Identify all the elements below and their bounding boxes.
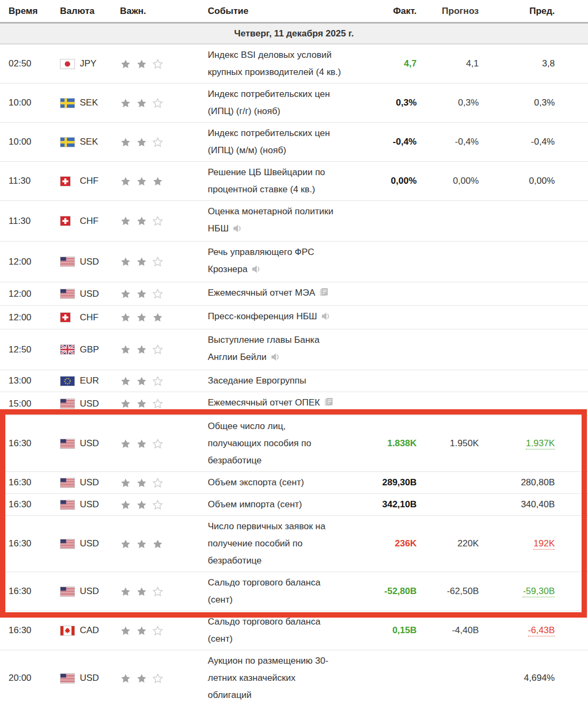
star-icon	[136, 58, 147, 70]
time-cell: 16:30	[0, 477, 60, 488]
table-row[interactable]: 11:30 CHF Решение ЦБ Швейцарии по процен…	[0, 162, 588, 201]
star-icon	[120, 538, 131, 550]
event-label[interactable]: Ежемесячный отчет МЭА	[208, 288, 315, 298]
previous-value[interactable]: -6,43B	[528, 625, 555, 636]
speaker-icon	[270, 352, 281, 362]
currency-cell: GBP	[60, 344, 120, 355]
currency-cell: USD	[60, 586, 120, 597]
previous-value[interactable]: -59,30B	[523, 586, 555, 597]
event-label[interactable]: Общее число лиц, получающих пособия по б…	[208, 421, 311, 465]
currency-cell: CHF	[60, 176, 120, 186]
forecast-value: 4,1	[417, 58, 479, 69]
star-icon	[136, 288, 147, 299]
table-row[interactable]: 20:00 USD Аукцион по размещению 30- летн…	[0, 650, 588, 706]
star-icon	[152, 58, 163, 70]
event-label[interactable]: Индекс BSI деловых условий крупных произ…	[208, 50, 341, 77]
table-row[interactable]: 16:30 USD Число первичных заявок на полу…	[0, 516, 588, 572]
star-icon	[120, 97, 131, 109]
event-label[interactable]: Оценка монетарной политики НБШ	[208, 206, 334, 234]
currency-code: USD	[80, 399, 99, 409]
star-icon	[120, 438, 131, 449]
event-cell: Ежемесячный отчет ОПЕК	[208, 394, 367, 413]
table-row[interactable]: 10:00 SEK Индекс потребительских цен (ИП…	[0, 123, 588, 162]
event-label[interactable]: Выступление главы Банка Англии Бейли	[208, 335, 320, 362]
currency-flag-icon	[60, 312, 75, 322]
star-icon	[136, 586, 147, 597]
star-icon	[136, 538, 147, 550]
event-label[interactable]: Аукцион по размещению 30- летних казначе…	[208, 656, 328, 700]
event-label[interactable]: Индекс потребительских цен (ИПЦ) (м/м) (…	[208, 128, 330, 155]
table-row[interactable]: 13:00 EUR Заседание Еврогруппы	[0, 370, 588, 392]
table-row[interactable]: 16:30 USD Сальдо торгового баланса (сент…	[0, 572, 588, 611]
table-row[interactable]: 12:00 CHF Пресс-конференция НБШ	[0, 306, 588, 329]
currency-code: CHF	[80, 216, 99, 227]
star-icon	[120, 375, 131, 387]
table-row[interactable]: 10:00 SEK Индекс потребительских цен (ИП…	[0, 84, 588, 123]
event-cell: Оценка монетарной политики НБШ	[208, 203, 367, 239]
event-label[interactable]: Объем импорта (сент)	[208, 499, 302, 509]
event-label[interactable]: Решение ЦБ Швейцарии по процентной ставк…	[208, 167, 325, 194]
event-cell: Выступление главы Банка Англии Бейли	[208, 332, 367, 367]
importance-stars	[120, 215, 208, 227]
table-row[interactable]: 12:50 GBP Выступление главы Банка Англии…	[0, 329, 588, 370]
currency-cell: SEK	[60, 97, 120, 108]
table-row[interactable]: 16:30 USD Объем экспорта (сент) 289,30B …	[0, 472, 588, 494]
currency-code: SEK	[80, 137, 98, 147]
event-cell: Аукцион по размещению 30- летних казначе…	[208, 652, 367, 704]
star-icon	[120, 499, 131, 510]
event-label[interactable]: Сальдо торгового баланса (сент)	[208, 577, 320, 605]
table-row[interactable]: 02:50 JPY Индекс BSI деловых условий кру…	[0, 44, 588, 84]
time-cell: 12:50	[0, 344, 60, 355]
currency-cell: USD	[60, 499, 120, 510]
actual-value: 4,7	[367, 58, 417, 69]
actual-value: 342,10B	[367, 499, 417, 510]
star-icon	[152, 398, 163, 409]
table-row[interactable]: 11:30 CHF Оценка монетарной политики НБШ	[0, 201, 588, 242]
event-label[interactable]: Пресс-конференция НБШ	[208, 311, 317, 321]
previous-value[interactable]: 1.937K	[526, 438, 555, 449]
event-cell: Индекс потребительских цен (ИПЦ) (м/м) (…	[208, 125, 367, 159]
report-icon	[319, 288, 329, 297]
star-icon	[152, 375, 163, 387]
header-importance: Важн.	[120, 6, 208, 17]
table-row[interactable]: 16:30 USD Общее число лиц, получающих по…	[0, 416, 588, 472]
report-icon	[324, 397, 334, 407]
star-icon	[120, 137, 131, 148]
star-icon	[152, 477, 163, 489]
table-row[interactable]: 15:00 USD Ежемесячный отчет ОПЕК	[0, 392, 588, 416]
currency-cell: USD	[60, 538, 120, 549]
currency-flag-icon	[60, 176, 75, 186]
header-time: Время	[0, 6, 60, 17]
star-icon	[120, 477, 131, 489]
event-label[interactable]: Заседание Еврогруппы	[208, 375, 306, 386]
event-cell: Заседание Еврогруппы	[208, 372, 367, 389]
importance-stars	[120, 625, 208, 636]
currency-code: SEK	[80, 97, 98, 108]
importance-stars	[120, 477, 208, 489]
star-icon	[152, 176, 163, 187]
time-cell: 15:00	[0, 399, 60, 409]
currency-flag-icon	[60, 98, 75, 108]
star-icon	[152, 312, 163, 323]
table-row[interactable]: 12:00 USD Ежемесячный отчет МЭА	[0, 282, 588, 306]
forecast-value: -0,4%	[417, 137, 479, 147]
event-label[interactable]: Число первичных заявок на получение посо…	[208, 521, 326, 566]
event-cell: Речь управляющего ФРС Крознера	[208, 244, 367, 280]
table-row[interactable]: 12:00 USD Речь управляющего ФРС Крознера	[0, 242, 588, 282]
table-row[interactable]: 16:30 CAD Сальдо торгового баланса (сент…	[0, 611, 588, 650]
event-label[interactable]: Ежемесячный отчет ОПЕК	[208, 397, 320, 408]
currency-flag-icon	[60, 257, 75, 267]
currency-flag-icon	[60, 376, 75, 386]
time-cell: 11:30	[0, 216, 60, 227]
event-label[interactable]: Сальдо торгового баланса (сент)	[208, 617, 320, 644]
previous-value: 0,00%	[529, 176, 555, 186]
event-label[interactable]: Объем экспорта (сент)	[208, 477, 304, 487]
speaker-icon	[251, 265, 262, 274]
previous-value[interactable]: 192K	[533, 538, 555, 550]
star-icon	[120, 58, 131, 70]
currency-flag-icon	[60, 59, 75, 69]
table-row[interactable]: 16:30 USD Объем импорта (сент) 342,10B 3…	[0, 494, 588, 516]
actual-value: 0,15B	[367, 625, 417, 636]
header-actual: Факт.	[367, 6, 417, 17]
event-label[interactable]: Индекс потребительских цен (ИПЦ) (г/г) (…	[208, 89, 330, 116]
